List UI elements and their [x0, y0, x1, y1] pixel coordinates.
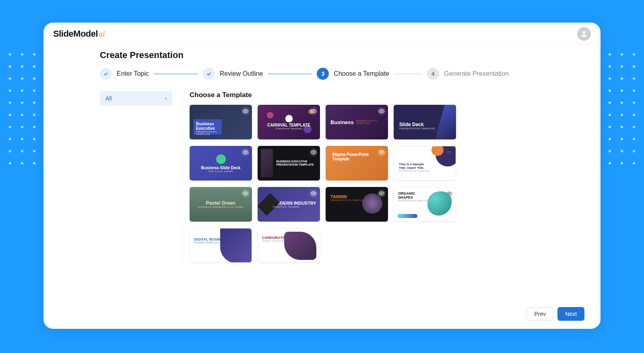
app-header: SlideModel ai — [43, 23, 601, 45]
template-subtitle: BUSINESS PRESENTATION THEME — [198, 206, 244, 208]
template-card-business-exec-presentation[interactable]: BUSINESS EXECUTIVE PRESENTATION TEMPLATE — [258, 146, 320, 181]
circle-icon — [216, 154, 226, 164]
step-label: Enter Topic — [117, 70, 149, 77]
app-window: SlideModel ai Create Presentation Enter … — [43, 23, 601, 329]
eye-icon[interactable] — [242, 148, 250, 156]
svg-point-4 — [449, 110, 450, 112]
svg-point-6 — [313, 152, 314, 153]
step-label: Generate Presentation — [444, 70, 509, 77]
template-subtitle: PRESENTATION TEMPLATE — [399, 170, 451, 172]
eye-icon[interactable] — [446, 107, 454, 115]
svg-point-8 — [448, 152, 450, 154]
svg-point-1 — [245, 110, 246, 112]
step-connector — [154, 74, 198, 74]
template-subtitle: This is your subtitle — [208, 170, 233, 172]
svg-point-11 — [381, 193, 382, 194]
eye-icon[interactable] — [310, 148, 318, 156]
template-title: Pastel Green — [206, 200, 235, 206]
page-title: Create Presentation — [100, 45, 584, 68]
step-review-outline[interactable]: Review Outline — [203, 68, 263, 80]
eye-icon[interactable] — [310, 107, 318, 115]
user-icon — [580, 30, 588, 38]
template-subtitle: TRANSFORMATION PROPOSAL — [194, 241, 248, 244]
svg-point-7 — [381, 152, 382, 153]
filter-label: All — [105, 95, 112, 102]
template-card-stigma[interactable]: Stigma PowerPoint Template — [326, 146, 388, 181]
filter-all[interactable]: All › — [100, 91, 172, 106]
step-enter-topic[interactable]: Enter Topic — [100, 68, 149, 80]
template-card-pastel-green[interactable]: Pastel Green BUSINESS PRESENTATION THEME — [190, 187, 252, 222]
template-subtitle: PowerPoint Template — [275, 127, 302, 130]
step-connector — [268, 74, 312, 74]
template-title: Business — [330, 119, 354, 125]
eye-icon[interactable] — [378, 107, 386, 115]
stepper: Enter Topic Review Outline 3 Choose a Te… — [100, 68, 584, 91]
eye-icon[interactable] — [242, 107, 250, 115]
template-title: BUSINESS EXECUTIVE PRESENTATION TEMPLATE — [276, 160, 317, 167]
template-card-tannin[interactable]: TANNIN PRESENTATION TEMPLATE — [326, 187, 388, 222]
app-body: Create Presentation Enter Topic Review O… — [43, 45, 601, 329]
template-title: CORPORATE CULTURE — [262, 236, 316, 240]
content-row: All › Choose a Template Business Executi… — [100, 91, 584, 267]
eye-icon[interactable] — [242, 189, 250, 197]
template-card-modern-industry[interactable]: MODERN INDUSTRY PowerPoint Template — [258, 187, 320, 222]
template-subtitle: PRESENTATION TEMPLATE — [196, 131, 219, 135]
template-title: DIGITAL BUSINESS — [194, 237, 248, 241]
template-title: ORGANIC SHAPES — [398, 191, 422, 199]
template-card-business-slide-deck[interactable]: Business Slide Deck This is your subtitl… — [190, 146, 252, 181]
template-title: This is a Sample Title. Insert Title. — [399, 162, 427, 170]
template-subtitle: INSERT YOUR SUBTITLE HERE — [262, 240, 316, 242]
svg-point-5 — [245, 152, 246, 153]
template-card-business[interactable]: Business PRESENTATION TEMPLATE — [326, 105, 388, 139]
svg-point-10 — [313, 193, 314, 194]
svg-point-9 — [245, 193, 246, 194]
mask-icon — [285, 115, 293, 122]
template-card-digital-business[interactable]: DIGITAL BUSINESS TRANSFORMATION PROPOSAL — [190, 228, 252, 263]
step-number-badge: 3 — [317, 68, 329, 80]
template-card-sample-title[interactable]: This is a Sample Title. Insert Title. PR… — [394, 146, 456, 181]
eye-icon[interactable] — [378, 189, 386, 197]
template-title: Business Slide Deck — [201, 166, 241, 170]
photo-placeholder — [261, 149, 273, 177]
template-card-carnival[interactable]: CARNIVAL TEMPLATE PowerPoint Template — [258, 105, 320, 139]
logo: SlideModel ai — [53, 29, 105, 39]
template-grid: Business Executive PRESENTATION TEMPLATE… — [190, 105, 584, 263]
template-card-slide-deck[interactable]: Slide Deck PRESENTATION TEMPLATE — [394, 105, 456, 139]
template-title: Stigma PowerPoint Template — [332, 152, 382, 161]
template-subtitle: PowerPoint Template — [273, 206, 316, 208]
template-subtitle: PRESENTATION TEMPLATE — [330, 199, 383, 201]
step-choose-template[interactable]: 3 Choose a Template — [317, 68, 389, 80]
template-title: TANNIN — [330, 194, 383, 199]
template-title: MODERN INDUSTRY — [273, 201, 316, 206]
user-avatar-button[interactable] — [577, 27, 591, 41]
footer: Prev Next — [43, 301, 601, 329]
template-card-organic-shapes[interactable]: ORGANIC SHAPES PRESENTATION TEMPLATE — [394, 187, 456, 222]
eye-icon[interactable] — [445, 149, 453, 157]
template-subtitle: PRESENTATION TEMPLATE — [356, 120, 388, 125]
step-label: Review Outline — [220, 70, 263, 77]
check-icon — [203, 68, 215, 80]
template-title: CARNIVAL TEMPLATE — [267, 123, 310, 127]
chevron-right-icon: › — [165, 96, 167, 101]
template-card-business-executive[interactable]: Business Executive PRESENTATION TEMPLATE — [190, 105, 252, 139]
check-icon — [100, 68, 112, 80]
svg-point-0 — [583, 31, 586, 34]
eye-icon[interactable] — [445, 190, 453, 198]
category-sidebar: All › — [100, 91, 172, 267]
svg-point-12 — [448, 193, 450, 195]
next-button[interactable]: Next — [557, 307, 584, 321]
template-subtitle: PRESENTATION TEMPLATE — [399, 127, 450, 130]
step-generate-presentation: 4 Generate Presentation — [427, 68, 509, 80]
logo-main: SlideModel — [53, 29, 98, 39]
step-connector — [394, 74, 422, 74]
template-card-corporate-culture[interactable]: CORPORATE CULTURE INSERT YOUR SUBTITLE H… — [258, 228, 320, 263]
template-subtitle: PRESENTATION TEMPLATE — [398, 199, 452, 202]
logo-sub: ai — [99, 29, 105, 39]
eye-icon[interactable] — [378, 148, 386, 156]
eye-icon[interactable] — [310, 189, 318, 197]
step-number-badge: 4 — [427, 68, 439, 80]
section-title: Choose a Template — [190, 91, 584, 99]
templates-area: Choose a Template Business Executive PRE… — [182, 91, 584, 267]
prev-button[interactable]: Prev — [526, 307, 553, 321]
svg-point-2 — [313, 110, 314, 112]
